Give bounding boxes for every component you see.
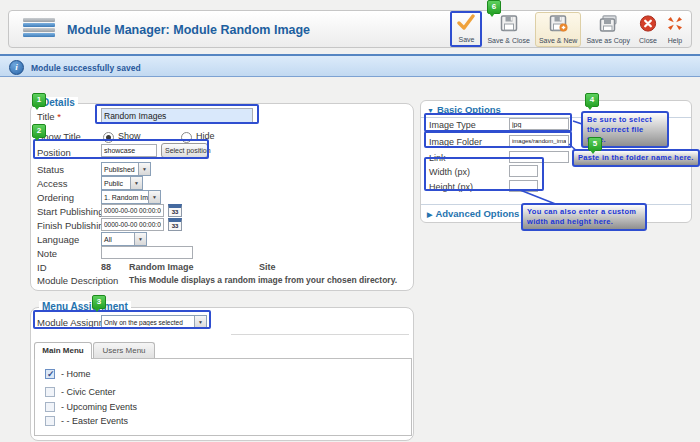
show-title-radio-hide[interactable] [181, 132, 192, 143]
image-folder-label: Image Folder [429, 137, 482, 147]
collapse-arrow-icon: ▼ [427, 107, 434, 114]
floppy-copy-icon [599, 15, 617, 36]
title-label: Title * [37, 111, 61, 122]
image-type-input[interactable] [509, 118, 569, 130]
language-label: Language [37, 234, 79, 245]
step-badge-2: 2 [32, 124, 46, 138]
module-manager-icon [23, 17, 55, 42]
menu-items-panel: - Home - Civic Center - Upcoming Events … [34, 358, 412, 436]
start-publishing-input[interactable] [101, 204, 164, 217]
select-position-button[interactable]: Select position [161, 143, 208, 158]
menu-item-checkbox-easter-events[interactable] [45, 416, 55, 426]
save-and-close-button[interactable]: Save & Close [483, 12, 533, 47]
save-button[interactable]: Save [450, 11, 482, 47]
module-assignment-select[interactable]: Only on the pages selected▼ [101, 315, 207, 329]
required-mark: * [57, 111, 61, 122]
step-badge-4: 4 [585, 93, 599, 107]
help-button-label: Help [668, 37, 682, 44]
id-label: ID [37, 262, 47, 273]
save-and-close-label: Save & Close [487, 37, 529, 44]
menu-assignment-fieldset: Menu Assignment Module Assignment Only o… [30, 307, 414, 441]
status-select[interactable]: Published▼ [101, 162, 151, 176]
header-bar: Module Manager: Module Random Image Save… [8, 10, 692, 48]
language-select[interactable]: All▼ [101, 232, 147, 246]
module-description-label: Module Description [37, 275, 118, 286]
module-type-value: Random Image [129, 262, 194, 272]
height-input[interactable] [509, 180, 538, 192]
finish-publishing-label: Finish Publishing [37, 220, 109, 231]
close-icon [639, 15, 657, 36]
menu-item-checkbox-civic-center[interactable] [45, 387, 55, 397]
save-and-new-label: Save & New [539, 37, 578, 44]
menu-item-label-home[interactable]: - Home [61, 369, 91, 379]
note-input[interactable] [101, 246, 193, 259]
show-title-option-show[interactable]: Show [118, 131, 141, 141]
chevron-down-icon: ▼ [130, 177, 142, 189]
height-label: Height (px) [429, 182, 473, 192]
tab-users-menu[interactable]: Users Menu [93, 342, 155, 358]
menu-item-label-upcoming-events[interactable]: - Upcoming Events [61, 402, 137, 412]
menu-item-checkbox-home[interactable] [45, 369, 55, 379]
save-as-copy-button[interactable]: Save as Copy [582, 12, 634, 47]
status-label: Status [37, 164, 64, 175]
message-bar: i Module successfully saved [0, 54, 700, 77]
chevron-down-icon: ▼ [148, 191, 160, 203]
menu-assignment-legend: Menu Assignment [39, 301, 131, 312]
close-button-label: Close [639, 37, 657, 44]
save-and-new-button[interactable]: Save & New [535, 12, 582, 47]
image-folder-input[interactable] [509, 135, 569, 147]
info-icon: i [9, 60, 24, 75]
position-label: Position [37, 147, 71, 158]
joomla-admin-page: Module Manager: Module Random Image Save… [0, 0, 700, 442]
chevron-down-icon: ▼ [138, 163, 150, 175]
step-badge-6: 6 [487, 0, 501, 14]
access-label: Access [37, 178, 68, 189]
note-label: Note [37, 248, 57, 259]
divider [231, 334, 409, 335]
show-title-option-hide[interactable]: Hide [196, 131, 215, 141]
save-as-copy-label: Save as Copy [586, 37, 630, 44]
save-check-icon [456, 14, 476, 35]
step-badge-5: 5 [588, 137, 602, 151]
menu-item-checkbox-upcoming-events[interactable] [45, 402, 55, 412]
width-label: Width (px) [429, 167, 470, 177]
position-input[interactable] [101, 144, 157, 157]
tooltip-width-height: You can also enter a custom width and he… [521, 203, 647, 231]
close-button[interactable]: Close [635, 12, 661, 47]
title-input[interactable] [101, 108, 253, 123]
tab-main-menu[interactable]: Main Menu [34, 342, 92, 359]
width-input[interactable] [509, 165, 538, 177]
link-label: Link [429, 153, 446, 163]
step-badge-1: 1 [32, 93, 46, 107]
menu-item-label-easter-events[interactable]: - - Easter Events [61, 416, 128, 426]
menu-item-label-civic-center[interactable]: - Civic Center [61, 387, 116, 397]
chevron-down-icon: ▼ [134, 233, 146, 245]
step-badge-3: 3 [92, 295, 106, 309]
message-text: Module successfully saved [31, 63, 141, 73]
show-title-radio-show[interactable] [103, 132, 114, 143]
image-type-label: Image Type [429, 120, 476, 130]
save-button-label: Save [458, 36, 474, 43]
ordering-label: Ordering [37, 192, 74, 203]
page-title: Module Manager: Module Random Image [67, 23, 310, 37]
calendar-icon[interactable]: 33 [168, 218, 182, 231]
help-button[interactable]: Help [662, 12, 688, 47]
floppy-icon [500, 15, 518, 36]
start-publishing-label: Start Publishing [37, 206, 104, 217]
module-description-text: This Module displays a random image from… [129, 275, 397, 285]
calendar-icon[interactable]: 33 [168, 204, 182, 217]
client-value: Site [259, 262, 276, 272]
chevron-down-icon: ▼ [194, 316, 206, 328]
id-value: 88 [101, 262, 111, 272]
ordering-select[interactable]: 1. Random Images▼ [101, 190, 161, 204]
link-input[interactable] [509, 151, 569, 163]
finish-publishing-input[interactable] [101, 218, 164, 231]
help-icon [666, 15, 684, 36]
toolbar: Save Save & Close Save & New Save as Cop… [450, 13, 688, 47]
access-select[interactable]: Public▼ [101, 176, 143, 190]
expand-arrow-icon: ▶ [427, 211, 432, 219]
floppy-plus-icon [549, 15, 568, 36]
details-fieldset: Details Title * Show Title Show Hide Pos… [30, 103, 414, 291]
